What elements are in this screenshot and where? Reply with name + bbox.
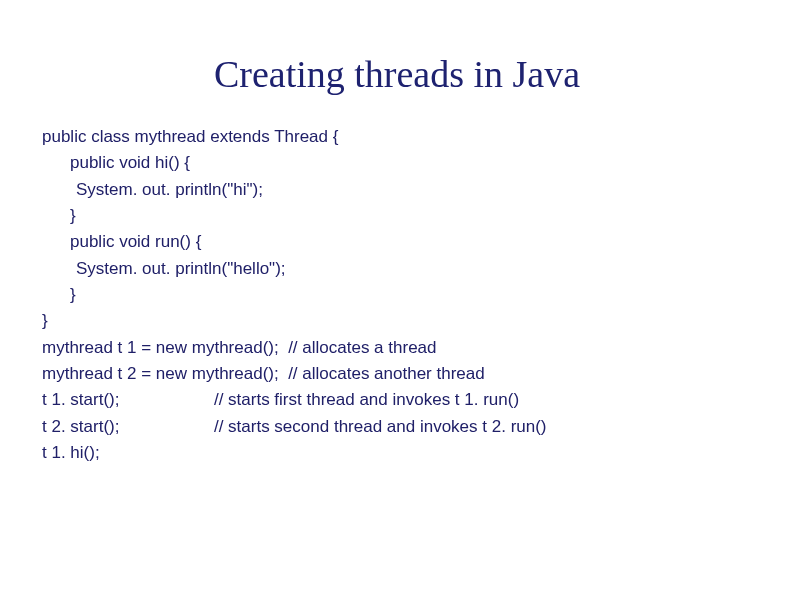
code-line: } [42, 308, 752, 334]
code-line: t 1. hi(); [42, 440, 752, 466]
code-line: public void run() { [42, 229, 752, 255]
code-line: mythread t 2 = new mythread(); // alloca… [42, 361, 752, 387]
code-line: } [42, 282, 752, 308]
code-block: public class mythread extends Thread { p… [0, 124, 794, 466]
code-line: public void hi() { [42, 150, 752, 176]
code-line: t 2. start(); // starts second thread an… [42, 414, 752, 440]
slide-title: Creating threads in Java [0, 0, 794, 124]
code-line: System. out. println("hello"); [42, 256, 752, 282]
code-line: public class mythread extends Thread { [42, 124, 752, 150]
code-line: mythread t 1 = new mythread(); // alloca… [42, 335, 752, 361]
code-line: } [42, 203, 752, 229]
code-line: System. out. println("hi"); [42, 177, 752, 203]
code-line: t 1. start(); // starts first thread and… [42, 387, 752, 413]
